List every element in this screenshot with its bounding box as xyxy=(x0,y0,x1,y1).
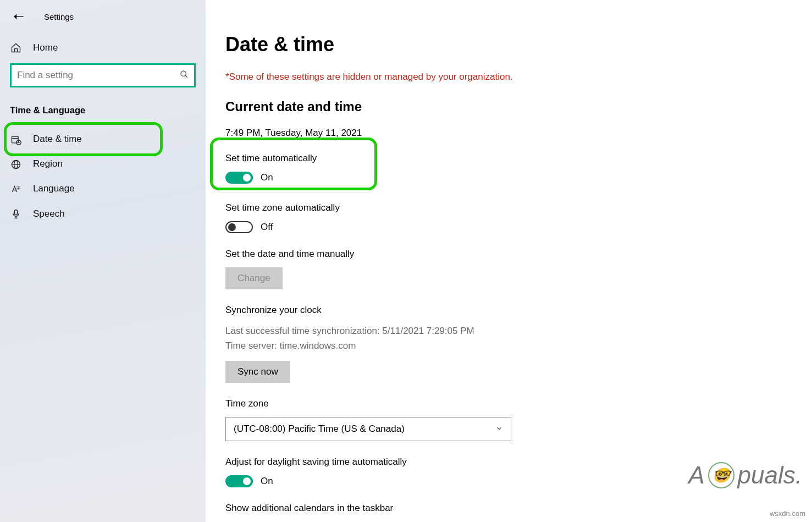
search-icon xyxy=(180,70,189,81)
sync-server: Time server: time.windows.com xyxy=(225,338,790,353)
sync-now-button[interactable]: Sync now xyxy=(225,361,290,383)
date-time-icon xyxy=(10,133,22,145)
sidebar-item-language[interactable]: 字 Language xyxy=(0,177,206,201)
timezone-value: (UTC-08:00) Pacific Time (US & Canada) xyxy=(234,424,405,435)
search-input-container[interactable] xyxy=(10,63,196,87)
sidebar-item-label: Language xyxy=(33,183,75,194)
site-url: wsxdn.com xyxy=(770,509,805,518)
mascot-icon: 🤓 xyxy=(708,462,734,488)
sidebar-item-label: Date & time xyxy=(33,134,82,145)
set-time-auto-label: Set time automatically xyxy=(225,153,790,164)
home-label: Home xyxy=(33,42,58,53)
svg-line-6 xyxy=(19,142,20,143)
sidebar-item-home[interactable]: Home xyxy=(0,35,206,60)
sync-title: Synchronize your clock xyxy=(225,305,790,316)
org-warning: *Some of these settings are hidden or ma… xyxy=(225,72,790,83)
set-tz-auto-toggle[interactable] xyxy=(225,221,253,233)
sync-last-success: Last successful time synchronization: 5/… xyxy=(225,323,790,338)
arrow-left-icon: 🠐 xyxy=(13,10,24,23)
watermark-text: A xyxy=(688,461,704,489)
category-heading: Time & Language xyxy=(0,98,206,127)
sidebar-item-region[interactable]: Region xyxy=(0,152,206,177)
manual-label: Set the date and time manually xyxy=(225,249,790,260)
set-tz-auto-label: Set time zone automatically xyxy=(225,202,790,213)
timezone-select[interactable]: (UTC-08:00) Pacific Time (US & Canada) xyxy=(225,417,511,441)
page-title: Date & time xyxy=(225,33,790,56)
dst-toggle[interactable] xyxy=(225,475,253,487)
section-current-title: Current date and time xyxy=(225,99,790,114)
timezone-label: Time zone xyxy=(225,398,790,409)
svg-rect-2 xyxy=(12,136,19,143)
svg-point-0 xyxy=(181,71,186,76)
app-title: Settings xyxy=(44,12,74,21)
watermark-logo: A 🤓 puals. xyxy=(688,461,802,489)
main-content: Date & time *Some of these settings are … xyxy=(206,0,812,522)
sidebar-item-speech[interactable]: Speech xyxy=(0,201,206,226)
svg-rect-12 xyxy=(15,210,18,215)
search-input[interactable] xyxy=(17,70,180,81)
home-icon xyxy=(10,42,22,53)
svg-text:字: 字 xyxy=(16,186,20,190)
sidebar-item-date-time[interactable]: Date & time xyxy=(0,127,206,151)
sidebar-item-label: Region xyxy=(33,158,63,169)
globe-icon xyxy=(10,158,22,170)
microphone-icon xyxy=(10,208,22,219)
set-time-auto-state: On xyxy=(261,172,273,183)
back-button[interactable]: 🠐 xyxy=(11,9,26,24)
change-button: Change xyxy=(225,267,283,289)
dst-state: On xyxy=(261,476,273,487)
sidebar-item-label: Speech xyxy=(33,208,65,219)
set-time-auto-toggle[interactable] xyxy=(225,172,253,184)
sidebar: 🠐 Settings Home Time & Language Date & xyxy=(0,0,206,522)
language-icon: 字 xyxy=(10,183,22,195)
extra-calendars-label: Show additional calendars in the taskbar xyxy=(225,503,790,514)
watermark-text-2: puals. xyxy=(738,461,802,489)
svg-line-1 xyxy=(185,75,187,78)
set-tz-auto-state: Off xyxy=(261,222,273,233)
chevron-down-icon xyxy=(495,425,503,434)
current-datetime: 7:49 PM, Tuesday, May 11, 2021 xyxy=(225,128,790,139)
